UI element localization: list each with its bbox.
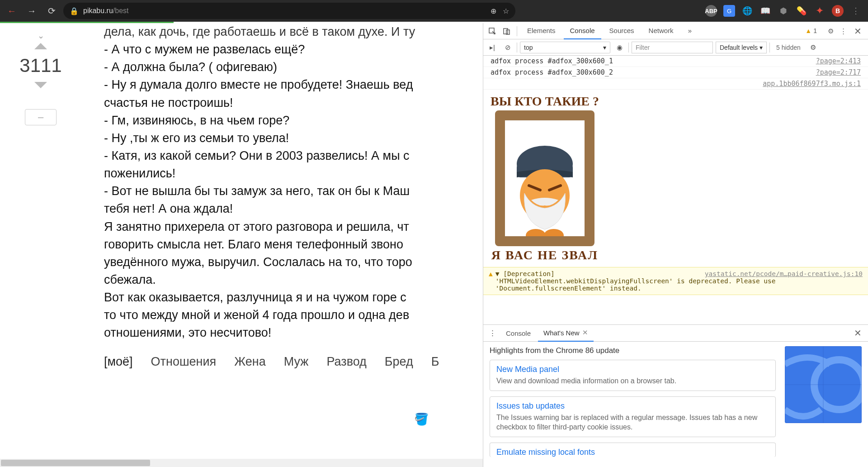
tag-item[interactable]: Развод xyxy=(326,355,366,369)
live-expression-icon[interactable]: ◉ xyxy=(613,41,626,54)
clear-console-icon[interactable]: ⊘ xyxy=(501,41,514,54)
highlight-card[interactable]: Emulate missing local fonts xyxy=(490,443,776,457)
svg-rect-1 xyxy=(504,29,508,34)
scrollbar-thumb[interactable] xyxy=(1,460,150,466)
extensions-icon[interactable]: ✦ xyxy=(814,5,826,17)
tag-item[interactable]: Бред xyxy=(385,355,413,369)
address-bar[interactable]: 🔒 pikabu.ru/best ⊕ ☆ xyxy=(63,3,515,19)
vote-count: 3111 xyxy=(19,55,61,76)
sticker-top-text: ВЫ КТО ТАКИЕ ? xyxy=(491,94,599,109)
forward-button[interactable]: → xyxy=(24,3,40,19)
whats-new-body: Highlights from the Chrome 86 update New… xyxy=(483,342,868,467)
tab-console[interactable]: Console xyxy=(564,23,601,39)
paint-bucket-icon[interactable]: 🪣 xyxy=(414,412,429,426)
log-entry[interactable]: adfox process #adfox_300x600_1 ?page=2:4… xyxy=(483,56,868,67)
card-desc: View and download media information on a… xyxy=(496,376,769,386)
url-host: pikabu.ru xyxy=(83,7,113,14)
svg-point-6 xyxy=(526,229,546,241)
close-icon[interactable]: ✕ xyxy=(582,329,588,337)
log-entry[interactable]: adfox process #adfox_300x600_2 ?page=2:7… xyxy=(483,67,868,78)
deprecation-warning[interactable]: ▲ ▼ [Deprecation] yastatic.net/pcode/m…p… xyxy=(483,267,868,295)
chevron-down-icon: ▾ xyxy=(603,44,606,51)
tab-elements[interactable]: Elements xyxy=(521,23,562,39)
tabs-overflow[interactable]: » xyxy=(682,23,698,39)
hidden-count[interactable]: 5 hidden xyxy=(773,44,804,51)
inspect-icon[interactable] xyxy=(486,25,499,38)
story-text: дела, как дочь, где работаешь и всё в та… xyxy=(104,23,483,342)
sticker-image xyxy=(495,110,594,246)
log-source-link[interactable]: ?page=2:413 xyxy=(816,57,861,65)
devtools-close-icon[interactable]: ✕ xyxy=(850,26,865,37)
reader-icon[interactable]: 📖 xyxy=(760,5,771,17)
drawer-tab-whatsnew[interactable]: What's New ✕ xyxy=(538,324,594,342)
console-image-log: ВЫ КТО ТАКИЕ ? xyxy=(483,90,868,267)
devtools-tabs: Elements Console Sources Network » ▲1 ⚙ … xyxy=(483,23,868,39)
warning-icon: ▲ xyxy=(805,27,811,34)
drawer-tabs: ⋮ Console What's New ✕ ✕ xyxy=(483,324,868,342)
drawer-tab-console[interactable]: Console xyxy=(500,324,536,342)
warning-icon: ▲ xyxy=(489,270,493,292)
star-icon[interactable]: ☆ xyxy=(503,7,509,15)
pill-icon[interactable]: 💊 xyxy=(796,5,807,17)
extension-icons: ABP G 🌐 📖 ⬢ 💊 ✦ B ⋮ xyxy=(705,5,864,17)
card-title[interactable]: Issues tab updates xyxy=(496,401,769,411)
lock-icon: 🔒 xyxy=(70,7,79,15)
vote-rail: ⌄ 3111 – xyxy=(0,23,81,467)
tag-item[interactable]: Муж xyxy=(284,355,309,369)
devtools-menu-icon[interactable]: ⋮ xyxy=(838,27,849,35)
filter-input[interactable]: Filter xyxy=(632,42,713,53)
highlight-card[interactable]: New Media panel View and download media … xyxy=(490,360,776,391)
console-sidebar-toggle[interactable]: ▸| xyxy=(486,41,499,54)
card-title[interactable]: New Media panel xyxy=(496,365,769,374)
back-button[interactable]: ← xyxy=(4,3,20,19)
devtools-panel: Elements Console Sources Network » ▲1 ⚙ … xyxy=(483,23,868,467)
card-title[interactable]: Emulate missing local fonts xyxy=(496,448,769,457)
log-source-link[interactable]: yastatic.net/pcode/m…paid-creative.js:10 xyxy=(705,270,863,277)
chrome-menu-icon[interactable]: ⋮ xyxy=(850,5,862,17)
context-select[interactable]: top▾ xyxy=(520,42,610,53)
reload-button[interactable]: ⟳ xyxy=(43,3,60,19)
tag-mine[interactable]: [моё] xyxy=(104,355,133,369)
tags-row: [моё] Отношения Жена Муж Развод Бред Б xyxy=(104,355,483,369)
upvote-button[interactable] xyxy=(34,43,47,49)
highlight-card[interactable]: Issues tab updates The Issues warning ba… xyxy=(490,396,776,437)
settings-icon[interactable]: ⚙ xyxy=(825,27,836,35)
log-entry[interactable]: app.1bb06f8697f3.mo.js:1 xyxy=(483,78,868,90)
rating-minus-button[interactable]: – xyxy=(25,109,57,125)
globe-icon[interactable]: 🌐 xyxy=(741,5,753,17)
horizontal-scrollbar[interactable] xyxy=(0,459,483,467)
zoom-icon[interactable]: ⊕ xyxy=(491,7,496,15)
tab-network[interactable]: Network xyxy=(642,23,680,39)
console-output: adfox process #adfox_300x600_1 ?page=2:4… xyxy=(483,56,868,324)
tab-sources[interactable]: Sources xyxy=(603,23,641,39)
chevron-down-icon: ▾ xyxy=(760,44,763,51)
console-toolbar: ▸| ⊘ top▾ ◉ Filter Default levels▾ 5 hid… xyxy=(483,39,868,56)
whats-new-illustration xyxy=(785,346,862,423)
log-levels-select[interactable]: Default levels▾ xyxy=(716,42,767,53)
tag-item[interactable]: Жена xyxy=(234,355,266,369)
sticker-bottom-text: Я ВАС НЕ ЗВАЛ xyxy=(491,248,599,262)
svg-point-7 xyxy=(544,229,564,241)
tag-item[interactable]: Отношения xyxy=(151,355,217,369)
console-settings-icon[interactable]: ⚙ xyxy=(807,41,820,54)
translate-icon[interactable]: G xyxy=(723,5,735,17)
device-toggle-icon[interactable] xyxy=(500,25,513,38)
card-desc: The Issues warning bar is replaced with … xyxy=(496,413,769,432)
highlights-heading: Highlights from the Chrome 86 update xyxy=(490,346,776,355)
browser-toolbar: ← → ⟳ 🔒 pikabu.ru/best ⊕ ☆ ABP G 🌐 📖 ⬢ 💊… xyxy=(0,0,868,22)
collapse-toggle[interactable]: ⌄ xyxy=(34,31,47,40)
abp-icon[interactable]: ABP xyxy=(705,5,717,17)
drawer-menu-icon[interactable]: ⋮ xyxy=(486,327,499,339)
downvote-button[interactable] xyxy=(34,82,47,88)
drawer-close-icon[interactable]: ✕ xyxy=(850,328,865,338)
article-body: дела, как дочь, где работаешь и всё в та… xyxy=(81,23,483,467)
log-source-link[interactable]: ?page=2:717 xyxy=(816,68,861,76)
url-path: /best xyxy=(113,7,129,14)
shield-icon[interactable]: ⬢ xyxy=(778,5,789,17)
warnings-indicator[interactable]: ▲1 xyxy=(799,23,823,39)
log-source-link[interactable]: app.1bb06f8697f3.mo.js:1 xyxy=(763,80,861,88)
tag-item[interactable]: Б xyxy=(431,355,439,369)
profile-avatar[interactable]: B xyxy=(832,5,844,17)
